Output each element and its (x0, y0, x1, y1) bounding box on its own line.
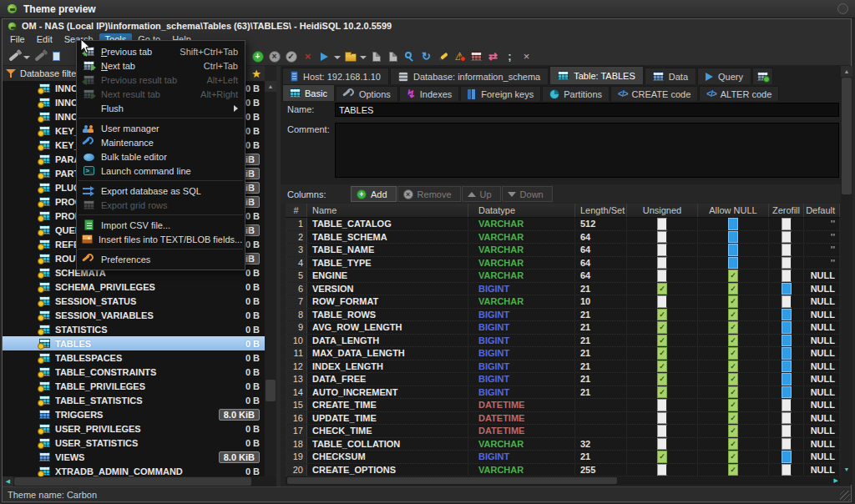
unsigned-checkbox[interactable] (657, 257, 667, 270)
unsigned-checkbox[interactable] (657, 295, 667, 308)
unsigned-checkbox[interactable] (657, 231, 667, 244)
remove-column-button[interactable]: ×Remove (397, 186, 461, 202)
up-column-button[interactable]: Up (462, 186, 501, 202)
allow_null-checkbox[interactable] (728, 244, 738, 256)
find-replace-button[interactable]: ↻ (418, 48, 434, 64)
allow_null-checkbox[interactable] (728, 283, 738, 295)
zerofill-checkbox[interactable] (782, 386, 792, 399)
scroll-right-icon[interactable]: ▶ (834, 476, 838, 485)
unsigned-checkbox[interactable] (657, 451, 667, 463)
allow_null-checkbox[interactable] (728, 451, 738, 463)
open-dropdown-button[interactable] (359, 48, 367, 64)
tools-menu-item-insert-files-into-text-blob-fields[interactable]: Insert files into TEXT/BLOB fields... (77, 232, 245, 246)
grid-header-name[interactable]: Name (307, 204, 468, 217)
sidebar-item-user-privileges[interactable]: USER_PRIVILEGES0 B (3, 421, 265, 436)
sidebar-item-xtradb-admin-command[interactable]: XTRADB_ADMIN_COMMAND0 B (3, 464, 265, 476)
unsigned-checkbox[interactable] (657, 347, 667, 360)
grid-row-data-free[interactable]: 13DATA_FREEBIGINT21NULL (286, 373, 840, 386)
zerofill-checkbox[interactable] (782, 425, 792, 437)
open-file-button[interactable] (342, 48, 358, 64)
connect-button[interactable] (6, 48, 22, 64)
subtab-indexes[interactable]: ↯Indexes (399, 86, 459, 101)
save-file-button[interactable] (368, 48, 384, 64)
insert-row-button[interactable]: + (250, 48, 266, 64)
menubar-item-edit[interactable]: Edit (31, 33, 58, 46)
resize-grip[interactable] (840, 491, 850, 501)
unsigned-checkbox[interactable] (657, 244, 667, 256)
sidebar-item-table-privileges[interactable]: TABLE_PRIVILEGES0 B (3, 379, 265, 393)
allow_null-checkbox[interactable] (728, 295, 738, 308)
grid-row-auto-increment[interactable]: 14AUTO_INCREMENTBIGINT21NULL (286, 386, 840, 400)
allow_null-checkbox[interactable] (728, 386, 738, 399)
zerofill-checkbox[interactable] (782, 373, 792, 386)
stop-on-errors-button[interactable]: ⚠ (452, 48, 468, 64)
subtab-options[interactable]: Options (336, 86, 398, 101)
allow_null-checkbox[interactable] (728, 425, 738, 437)
tools-menu-item-launch-command-line[interactable]: >_Launch command line (77, 164, 245, 178)
zerofill-checkbox[interactable] (782, 360, 792, 373)
sidebar-item-table-constraints[interactable]: TABLE_CONSTRAINTS0 B (3, 365, 265, 379)
grid-horizontal-scrollbar[interactable]: ▶ (286, 476, 840, 485)
zerofill-checkbox[interactable] (782, 399, 792, 411)
sidebar-item-tables[interactable]: TABLES0 B (3, 336, 265, 350)
zerofill-checkbox[interactable] (782, 451, 792, 463)
unsigned-checkbox[interactable] (657, 218, 667, 230)
tools-menu-item-flush[interactable]: Flush (77, 101, 245, 115)
tab-host-192-168-1-10[interactable]: Host: 192.168.1.10 (282, 68, 389, 84)
sidebar-vertical-scrollbar[interactable]: ▲ (265, 81, 276, 476)
tools-menu-item-preferences[interactable]: Preferences (77, 252, 245, 266)
zerofill-checkbox[interactable] (782, 464, 792, 476)
sidebar-item-user-statistics[interactable]: USER_STATISTICS0 B (3, 436, 265, 450)
zerofill-checkbox[interactable] (782, 347, 792, 360)
grid-row-table-type[interactable]: 4TABLE_TYPEVARCHAR64'' (286, 257, 840, 270)
allow_null-checkbox[interactable] (728, 309, 738, 321)
save-snippet-button[interactable] (385, 48, 401, 64)
grid-row-table-schema[interactable]: 2TABLE_SCHEMAVARCHAR64'' (286, 231, 840, 244)
zerofill-checkbox[interactable] (782, 270, 792, 282)
grid-row-table-rows[interactable]: 8TABLE_ROWSBIGINT21NULL (286, 309, 840, 322)
scroll-left-icon[interactable]: ◀ (3, 476, 13, 486)
grid-header-default[interactable]: Default (804, 204, 840, 217)
transfer-rows-button[interactable]: ⇄ (485, 48, 501, 64)
tools-menu-item-user-manager[interactable]: User manager (77, 121, 245, 135)
scrollbar-thumb[interactable] (287, 477, 617, 484)
scroll-up-icon[interactable]: ▲ (841, 66, 852, 77)
unsigned-checkbox[interactable] (657, 412, 667, 425)
unsigned-checkbox[interactable] (657, 321, 667, 334)
sidebar-item-triggers[interactable]: TRIGGERS8.0 KiB (3, 407, 265, 421)
sidebar-item-session-status[interactable]: SESSION_STATUS0 B (3, 294, 265, 308)
allow_null-checkbox[interactable] (728, 360, 738, 373)
tab-query[interactable]: Query (697, 68, 751, 84)
tools-menu-item-export-database-as-sql[interactable]: Export database as SQL (77, 184, 245, 198)
delimiter-button[interactable]: ; (502, 48, 518, 64)
new-query-tab[interactable] (752, 68, 773, 84)
subtab-create-code[interactable]: </>CREATE code (610, 86, 698, 101)
tab-database-information-schema[interactable]: Database: information_schema (390, 68, 549, 84)
grid-row-table-catalog[interactable]: 1TABLE_CATALOGVARCHAR512'' (286, 218, 840, 231)
grid-header-allow-null[interactable]: Allow NULL (698, 204, 769, 217)
allow_null-checkbox[interactable] (728, 399, 738, 411)
disconnect-button[interactable] (32, 48, 48, 64)
unsigned-checkbox[interactable] (657, 438, 667, 451)
unsigned-checkbox[interactable] (657, 283, 667, 295)
zerofill-checkbox[interactable] (782, 309, 792, 321)
grid-row-max-data-length[interactable]: 11MAX_DATA_LENGTHBIGINT21NULL (286, 347, 840, 360)
zerofill-checkbox[interactable] (782, 335, 792, 347)
tools-menu-item-previous-tab[interactable]: Previous tabShift+Ctrl+Tab (77, 44, 245, 58)
grid-row-table-collation[interactable]: 18TABLE_COLLATIONVARCHAR32NULL (286, 438, 840, 451)
grid-row-version[interactable]: 6VERSIONBIGINT21NULL (286, 283, 840, 296)
zerofill-checkbox[interactable] (782, 412, 792, 425)
window-badge-icon[interactable] (837, 3, 848, 14)
grid-header-item[interactable]: # (286, 204, 307, 217)
unsigned-checkbox[interactable] (657, 270, 667, 282)
allow_null-checkbox[interactable] (728, 464, 738, 476)
allow_null-checkbox[interactable] (728, 231, 738, 244)
grid-row-create-time[interactable]: 15CREATE_TIMEDATETIMENULL (286, 399, 840, 412)
sidebar-item-views[interactable]: VIEWS8.0 KiB (3, 450, 265, 464)
scrollbar-thumb[interactable] (266, 380, 276, 401)
scroll-down-icon[interactable]: ▼ (841, 464, 852, 475)
sidebar-item-table-statistics[interactable]: TABLE_STATISTICS0 B (3, 393, 265, 407)
allow_null-checkbox[interactable] (728, 321, 738, 334)
grid-row-check-time[interactable]: 17CHECK_TIMEDATETIMENULL (286, 425, 840, 438)
execute-sql-button[interactable] (316, 48, 332, 64)
